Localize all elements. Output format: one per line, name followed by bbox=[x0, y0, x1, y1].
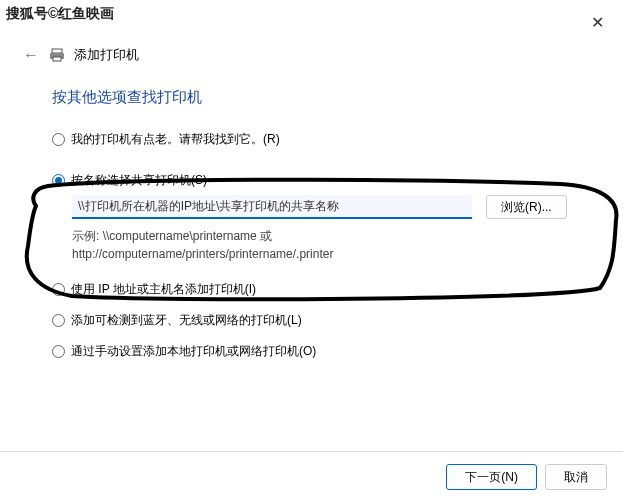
option-label: 添加可检测到蓝牙、无线或网络的打印机(L) bbox=[71, 312, 302, 329]
browse-button[interactable]: 浏览(R)... bbox=[486, 195, 567, 219]
option-label: 按名称选择共享打印机(S) bbox=[71, 172, 207, 189]
option-manual[interactable]: 通过手动设置添加本地打印机或网络打印机(O) bbox=[52, 343, 623, 360]
printer-path-input[interactable] bbox=[72, 195, 472, 219]
example-line: 示例: \\computername\printername 或 bbox=[72, 227, 623, 245]
cancel-button[interactable]: 取消 bbox=[545, 464, 607, 490]
radio-icon bbox=[52, 345, 65, 358]
svg-rect-0 bbox=[52, 49, 62, 53]
option-ip-hostname[interactable]: 使用 IP 地址或主机名添加打印机(I) bbox=[52, 281, 623, 298]
watermark-text: 搜狐号©红鱼映画 bbox=[4, 4, 116, 24]
option-label: 使用 IP 地址或主机名添加打印机(I) bbox=[71, 281, 256, 298]
example-line: http://computername/printers/printername… bbox=[72, 245, 623, 263]
radio-icon bbox=[52, 133, 65, 146]
example-text: 示例: \\computername\printername 或 http://… bbox=[72, 227, 623, 263]
option-label: 我的打印机有点老。请帮我找到它。(R) bbox=[71, 131, 280, 148]
printer-icon bbox=[48, 46, 66, 64]
footer-divider bbox=[0, 451, 623, 452]
dialog-title: 添加打印机 bbox=[74, 46, 139, 64]
radio-icon bbox=[52, 174, 65, 187]
arrow-left-icon: ← bbox=[23, 46, 39, 64]
option-wireless[interactable]: 添加可检测到蓝牙、无线或网络的打印机(L) bbox=[52, 312, 623, 329]
close-icon: ✕ bbox=[591, 13, 604, 32]
dialog-window: 搜狐号©红鱼映画 ✕ ← 添加打印机 按其他选项查找打印机 我的打印机有点老。请… bbox=[0, 0, 623, 504]
radio-icon bbox=[52, 283, 65, 296]
close-button[interactable]: ✕ bbox=[585, 10, 609, 34]
section-title: 按其他选项查找打印机 bbox=[0, 64, 623, 107]
next-button[interactable]: 下一页(N) bbox=[446, 464, 537, 490]
svg-rect-2 bbox=[53, 57, 61, 61]
dialog-footer: 下一页(N) 取消 bbox=[446, 464, 607, 490]
option-old-printer[interactable]: 我的打印机有点老。请帮我找到它。(R) bbox=[52, 131, 623, 148]
radio-icon bbox=[52, 314, 65, 327]
back-button[interactable]: ← bbox=[22, 46, 40, 64]
option-by-name[interactable]: 按名称选择共享打印机(S) bbox=[52, 172, 623, 189]
printer-path-row: 浏览(R)... bbox=[72, 195, 623, 219]
option-label: 通过手动设置添加本地打印机或网络打印机(O) bbox=[71, 343, 316, 360]
options-group: 我的打印机有点老。请帮我找到它。(R) 按名称选择共享打印机(S) 浏览(R).… bbox=[0, 107, 623, 360]
